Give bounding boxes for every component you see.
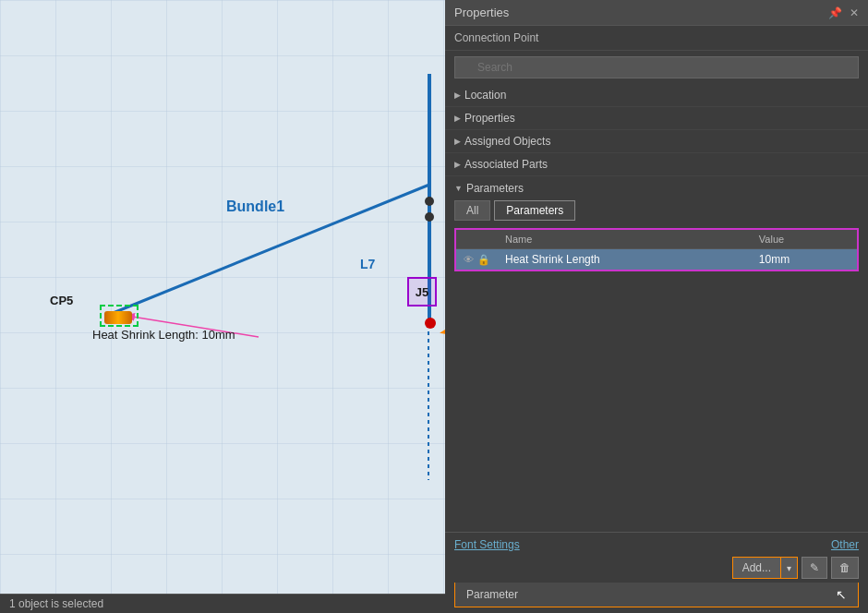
cp5-label: CP5: [50, 294, 73, 307]
j5-connection-point[interactable]: J5: [407, 277, 437, 306]
main-container: Bundle1 L7 CP5 Heat Shrink Length: 10mm …: [0, 0, 868, 613]
search-input[interactable]: [454, 56, 859, 78]
add-dropdown-arrow[interactable]: ▾: [781, 557, 798, 579]
col-icons: [456, 230, 498, 249]
add-button[interactable]: Add...: [732, 557, 781, 579]
properties-panel: Properties 📌 ✕ Connection Point 🔍 ▶ Loca…: [445, 0, 868, 613]
parameters-section: ▼ Parameters All Parameters Name Value: [445, 176, 868, 279]
associated-parts-label: Associated Parts: [464, 158, 548, 171]
panel-footer: Font Settings Other Add... ▾ ✎ 🗑 Paramet…: [445, 532, 868, 613]
parameters-header: ▼ Parameters: [454, 182, 859, 195]
section-location[interactable]: ▶ Location: [445, 84, 868, 107]
parameters-arrow-icon: ▼: [454, 184, 463, 193]
properties-label: Properties: [464, 112, 515, 125]
properties-arrow-icon: ▶: [454, 114, 461, 123]
section-assigned-objects[interactable]: ▶ Assigned Objects: [445, 130, 868, 153]
action-buttons: Add... ▾ ✎ 🗑: [454, 557, 859, 579]
search-container: 🔍: [445, 51, 868, 84]
status-text: 1 object is selected: [9, 597, 103, 610]
panel-title: Properties: [454, 6, 509, 19]
empty-area: [445, 279, 868, 532]
tab-row: All Parameters: [454, 200, 859, 221]
font-settings-link[interactable]: Font Settings: [454, 538, 520, 551]
bundle-label: Bundle1: [226, 198, 284, 215]
add-button-group: Add... ▾: [732, 557, 798, 579]
delete-button[interactable]: 🗑: [831, 557, 859, 579]
col-name-header: Name: [498, 230, 752, 249]
associated-arrow-icon: ▶: [454, 160, 461, 169]
parameter-option-label: Parameter: [466, 588, 518, 601]
canvas-area[interactable]: Bundle1 L7 CP5 Heat Shrink Length: 10mm …: [0, 0, 445, 613]
parameter-dropdown-item[interactable]: Parameter ↖: [455, 583, 858, 607]
assigned-arrow-icon: ▶: [454, 137, 461, 146]
location-label: Location: [464, 89, 506, 102]
section-associated-parts[interactable]: ▶ Associated Parts: [445, 153, 868, 176]
lock-icon: 🔒: [477, 254, 490, 266]
connection-dot: [425, 318, 436, 329]
tab-parameters[interactable]: Parameters: [494, 200, 575, 221]
other-link[interactable]: Other: [831, 538, 859, 551]
heat-shrink-tooltip: Heat Shrink Length: 10mm: [92, 328, 235, 342]
selection-box: [100, 305, 139, 327]
location-arrow-icon: ▶: [454, 90, 461, 100]
edit-button[interactable]: ✎: [802, 557, 827, 579]
search-wrapper: 🔍: [454, 56, 859, 78]
footer-links: Font Settings Other: [454, 538, 859, 551]
tab-all[interactable]: All: [454, 200, 490, 221]
params-table-wrapper: Name Value 👁 🔒 Heat Sh: [454, 228, 859, 271]
row-icons-cell: 👁 🔒: [456, 249, 498, 270]
assigned-objects-label: Assigned Objects: [464, 135, 550, 148]
panel-header: Properties 📌 ✕: [445, 0, 868, 26]
table-row[interactable]: 👁 🔒 Heat Shrink Length 10mm: [456, 249, 857, 270]
eye-icon: 👁: [464, 254, 474, 265]
close-button[interactable]: ✕: [850, 6, 859, 19]
l7-label: L7: [360, 257, 375, 271]
col-value-header: Value: [752, 230, 857, 249]
panel-subtitle: Connection Point: [445, 26, 868, 51]
row-value-cell: 10mm: [752, 249, 857, 270]
row-icon-group: 👁 🔒: [464, 254, 490, 266]
parameter-dropdown: Parameter ↖: [454, 583, 859, 607]
j5-label: J5: [416, 285, 428, 299]
pin-button[interactable]: 📌: [828, 6, 842, 19]
row-name-cell: Heat Shrink Length: [498, 249, 752, 270]
mouse-cursor-icon: ↖: [836, 587, 847, 602]
section-properties[interactable]: ▶ Properties: [445, 107, 868, 130]
status-bar: 1 object is selected: [0, 594, 445, 613]
params-table: Name Value 👁 🔒 Heat Sh: [456, 230, 857, 270]
parameters-label: Parameters: [466, 182, 524, 195]
panel-controls: 📌 ✕: [828, 6, 859, 19]
